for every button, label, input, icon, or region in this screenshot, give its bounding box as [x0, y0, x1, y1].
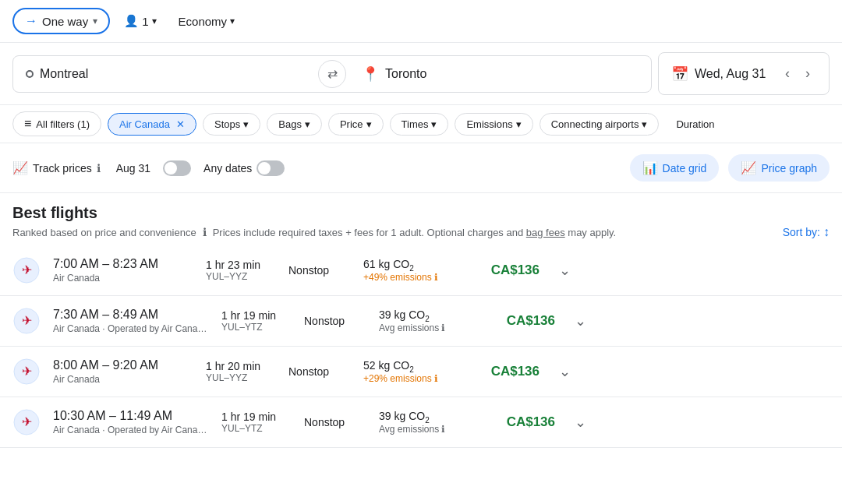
duration-block: 1 hr 20 min YUL–YYZ [206, 360, 276, 383]
passengers-button[interactable]: 👤 1 ▾ [116, 9, 164, 33]
connecting-airports-chevron: ▾ [642, 118, 647, 130]
expand-button[interactable]: ⌄ [552, 258, 577, 283]
co2-sub-script: 2 [425, 314, 430, 322]
co2-sub-text: +29% emissions ℹ [363, 373, 457, 384]
times-filter-button[interactable]: Times ▾ [390, 113, 449, 136]
duration-block: 1 hr 19 min YUL–YTZ [221, 411, 292, 434]
date-grid-button[interactable]: 📊 Date grid [630, 154, 720, 182]
origin-text: Montreal [40, 67, 88, 81]
results-header: Best flights Ranked based on price and c… [0, 193, 842, 245]
price-col: CA$136 [469, 263, 540, 278]
airline-logo: ✈ [12, 256, 41, 284]
ranked-label: Ranked based on price and convenience [12, 227, 196, 238]
stops-filter-button[interactable]: Stops ▾ [203, 113, 260, 136]
best-flights-title: Best flights [12, 204, 830, 222]
destination-field[interactable]: 📍 Toronto [349, 56, 651, 92]
stops-col: Nonstop [288, 264, 351, 277]
price-graph-button[interactable]: 📈 Price graph [728, 154, 830, 182]
svg-text:✈: ✈ [22, 263, 32, 277]
co2-text: 39 kg CO2 [379, 410, 472, 425]
price-col: CA$136 [485, 414, 555, 430]
co2-text: 39 kg CO2 [379, 308, 472, 323]
emissions-filter-button[interactable]: Emissions ▾ [455, 113, 532, 136]
trip-type-button[interactable]: → One way ▾ [12, 8, 110, 34]
any-dates-label: Any dates [203, 162, 252, 174]
origin-field[interactable]: Montreal [13, 58, 315, 90]
connecting-airports-filter-button[interactable]: Connecting airports ▾ [540, 113, 660, 136]
flights-list: ✈ 7:00 AM – 8:23 AM Air Canada 1 hr 23 m… [0, 245, 842, 448]
times-chevron: ▾ [431, 118, 437, 130]
date-next-button[interactable]: › [799, 62, 816, 85]
expand-button[interactable]: ⌄ [568, 308, 593, 333]
passengers-chevron: ▾ [152, 16, 157, 26]
track-prices-date: Aug 31 [116, 162, 150, 174]
person-icon: 👤 [124, 14, 139, 28]
date-nav: ‹ › [779, 62, 816, 85]
emissions-col: 39 kg CO2 Avg emissions ℹ [379, 308, 472, 334]
airline-logo: ✈ [12, 358, 41, 386]
class-chevron: ▾ [230, 16, 235, 26]
track-prices-toggle[interactable]: 📈 Track prices ℹ [12, 160, 101, 175]
one-way-icon: → [25, 14, 37, 28]
flight-row[interactable]: ✈ 7:00 AM – 8:23 AM Air Canada 1 hr 23 m… [0, 245, 842, 296]
any-dates-toggle-switch[interactable] [256, 160, 285, 176]
expand-button[interactable]: ⌄ [552, 359, 577, 384]
flight-times-block: 7:30 AM – 8:49 AM Air Canada · Operated … [53, 308, 209, 334]
flight-times-text: 7:30 AM – 8:49 AM [53, 308, 209, 322]
track-prices-info-icon[interactable]: ℹ [97, 162, 101, 174]
emissions-info-icon[interactable]: ℹ [441, 424, 445, 435]
price-col: CA$136 [485, 313, 555, 329]
class-label: Economy [179, 15, 228, 28]
price-filter-button[interactable]: Price ▾ [328, 113, 384, 136]
airline-logo: ✈ [12, 307, 41, 335]
duration-text: 1 hr 23 min [206, 259, 276, 271]
bag-fees-link[interactable]: bag fees [526, 227, 565, 238]
sort-by-button[interactable]: Sort by: ↕ [783, 225, 830, 239]
price-note: Prices include required taxes + fees for… [213, 227, 617, 238]
emissions-col: 61 kg CO2 +49% emissions ℹ [363, 258, 457, 284]
air-canada-filter-button[interactable]: Air Canada ✕ [108, 113, 196, 136]
route-text: YUL–YYZ [206, 372, 276, 383]
trip-type-chevron: ▾ [93, 16, 97, 26]
stops-col: Nonstop [304, 315, 366, 327]
class-button[interactable]: Economy ▾ [171, 10, 243, 33]
ranked-info-icon[interactable]: ℹ [203, 226, 207, 238]
expand-button[interactable]: ⌄ [568, 410, 593, 435]
track-prices-toggle-switch[interactable] [163, 160, 191, 176]
sliders-icon: ≡ [24, 117, 31, 131]
bags-filter-button[interactable]: Bags ▾ [267, 113, 322, 136]
co2-text: 61 kg CO2 [363, 258, 457, 273]
co2-sub-text: Avg emissions ℹ [379, 424, 472, 435]
flight-row[interactable]: ✈ 8:00 AM – 9:20 AM Air Canada 1 hr 20 m… [0, 347, 842, 397]
duration-filter-button[interactable]: Duration [665, 114, 725, 135]
passengers-count: 1 [142, 15, 148, 28]
emissions-label: Emissions [466, 118, 512, 130]
air-canada-filter-label: Air Canada [119, 118, 170, 130]
flight-row[interactable]: ✈ 7:30 AM – 8:49 AM Air Canada · Operate… [0, 296, 842, 347]
date-prev-button[interactable]: ‹ [779, 62, 796, 85]
duration-block: 1 hr 19 min YUL–YTZ [221, 309, 292, 333]
sort-icon: ↕ [823, 225, 830, 239]
emissions-info-icon[interactable]: ℹ [434, 272, 438, 283]
stops-col: Nonstop [304, 416, 366, 428]
flight-row[interactable]: ✈ 10:30 AM – 11:49 AM Air Canada · Opera… [0, 397, 842, 448]
times-label: Times [402, 118, 429, 130]
air-canada-close-icon[interactable]: ✕ [176, 118, 185, 130]
options-bar: 📈 Track prices ℹ Aug 31 Any dates 📊 Date… [0, 143, 842, 192]
all-filters-button[interactable]: ≡ All filters (1) [12, 111, 101, 136]
date-field[interactable]: 📅 Wed, Aug 31 ‹ › [658, 52, 830, 95]
price-chevron: ▾ [366, 118, 372, 130]
price-col: CA$136 [469, 364, 540, 379]
duration-text: 1 hr 19 min [221, 411, 292, 423]
calendar-icon: 📅 [671, 65, 688, 83]
emissions-info-icon[interactable]: ℹ [434, 373, 438, 384]
swap-button[interactable]: ⇄ [318, 60, 346, 88]
date-text: Wed, Aug 31 [695, 67, 766, 81]
emissions-chevron: ▾ [516, 118, 522, 130]
flight-times-text: 10:30 AM – 11:49 AM [53, 409, 209, 423]
emissions-info-icon[interactable]: ℹ [441, 322, 445, 333]
duration-text: 1 hr 20 min [206, 360, 276, 372]
flight-times-block: 8:00 AM – 9:20 AM Air Canada [53, 358, 193, 385]
svg-text:✈: ✈ [22, 365, 32, 378]
track-prices-slider [163, 160, 191, 176]
